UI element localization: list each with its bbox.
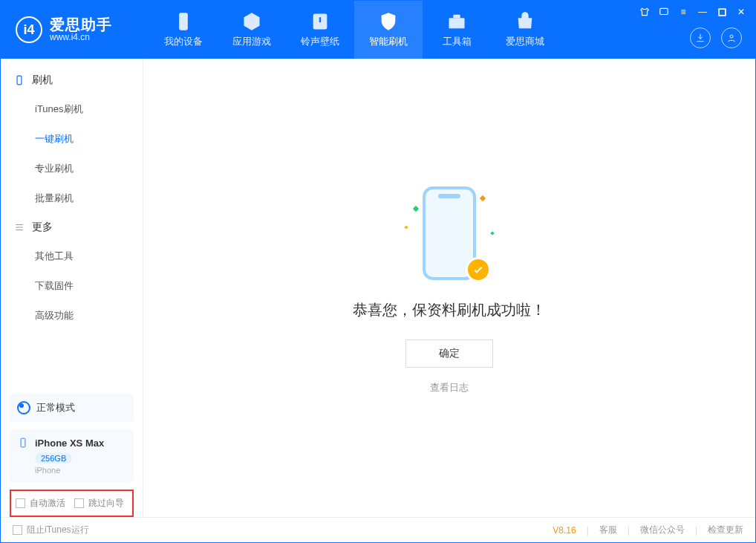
device-type: iPhone: [35, 466, 126, 475]
sidebar: 刷机 iTunes刷机 一键刷机 专业刷机 批量刷机 更多 其他工具 下载固件 …: [1, 59, 143, 517]
checkbox-block-itunes[interactable]: 阻止iTunes运行: [13, 524, 89, 536]
svg-rect-3: [453, 15, 460, 19]
svg-rect-7: [17, 76, 22, 85]
svg-rect-0: [179, 13, 188, 30]
view-log-link[interactable]: 查看日志: [430, 381, 469, 394]
svg-rect-8: [21, 438, 25, 447]
menu-icon[interactable]: ≡: [677, 5, 690, 19]
options-highlight: 自动激活 跳过向导: [10, 490, 134, 517]
device-card[interactable]: iPhone XS Max 256GB iPhone: [10, 429, 134, 482]
sidebar-bottom: 正常模式 iPhone XS Max 256GB iPhone 自动激活: [1, 394, 143, 517]
sidebar-item-other-tools[interactable]: 其他工具: [35, 241, 143, 271]
store-icon: [515, 11, 535, 32]
checkbox-auto-activate[interactable]: 自动激活: [16, 497, 65, 510]
sidebar-item-advanced[interactable]: 高级功能: [35, 301, 143, 331]
top-nav: 我的设备 应用游戏 铃声壁纸 智能刷机 工具箱 爱思商城: [149, 1, 559, 59]
version-label[interactable]: V8.16: [553, 525, 576, 536]
feedback-icon[interactable]: [657, 5, 671, 19]
footer-link-update[interactable]: 检查更新: [708, 524, 743, 536]
download-button[interactable]: [690, 27, 711, 48]
header-account: [690, 27, 742, 48]
success-illustration: [397, 181, 501, 285]
body: 刷机 iTunes刷机 一键刷机 专业刷机 批量刷机 更多 其他工具 下载固件 …: [1, 59, 755, 517]
logo-title: 爱思助手: [50, 16, 112, 33]
nav-my-device[interactable]: 我的设备: [149, 1, 218, 59]
svg-rect-4: [660, 8, 668, 14]
ok-button[interactable]: 确定: [405, 339, 493, 368]
window-controls: ≡ — ✕: [638, 5, 748, 19]
logo-subtitle: www.i4.cn: [50, 33, 112, 42]
footer-link-wechat[interactable]: 微信公众号: [640, 524, 685, 536]
shirt-icon[interactable]: [638, 5, 651, 19]
status-icon: [17, 401, 30, 414]
device-icon: [173, 11, 194, 32]
nav-store[interactable]: 爱思商城: [491, 1, 559, 59]
header: i4 爱思助手 www.i4.cn 我的设备 应用游戏 铃声壁纸 智能刷机: [1, 1, 755, 59]
shield-refresh-icon: [378, 11, 399, 32]
device-name: iPhone XS Max: [35, 438, 104, 449]
success-message: 恭喜您，保资料刷机成功啦！: [353, 300, 546, 320]
sidebar-group-flash[interactable]: 刷机: [1, 66, 143, 94]
device-phone-icon: [17, 437, 29, 449]
footer: 阻止iTunes运行 V8.16 | 客服 | 微信公众号 | 检查更新: [1, 517, 755, 542]
music-icon: [310, 11, 330, 32]
svg-rect-2: [449, 18, 465, 28]
nav-ringtone-wallpaper[interactable]: 铃声壁纸: [286, 1, 354, 59]
checkbox-skip-guide[interactable]: 跳过向导: [74, 497, 124, 510]
svg-rect-5: [719, 9, 726, 16]
cube-icon: [241, 11, 262, 32]
check-badge-icon: [466, 257, 491, 282]
main-content: 恭喜您，保资料刷机成功啦！ 确定 查看日志: [143, 59, 755, 517]
sidebar-item-pro-flash[interactable]: 专业刷机: [35, 154, 143, 183]
logo-icon: i4: [16, 16, 42, 43]
footer-link-service[interactable]: 客服: [599, 524, 617, 536]
app-window: i4 爱思助手 www.i4.cn 我的设备 应用游戏 铃声壁纸 智能刷机: [0, 0, 756, 543]
toolbox-icon: [446, 11, 467, 32]
close-button[interactable]: ✕: [734, 5, 748, 19]
sidebar-item-itunes-flash[interactable]: iTunes刷机: [35, 94, 143, 124]
maximize-button[interactable]: [715, 5, 729, 19]
sidebar-item-download-firmware[interactable]: 下载固件: [35, 271, 143, 301]
list-icon: [14, 222, 25, 233]
status-card[interactable]: 正常模式: [10, 394, 134, 422]
phone-icon: [14, 75, 25, 85]
checkbox-box: [74, 498, 84, 508]
svg-point-6: [730, 35, 733, 38]
device-storage: 256GB: [35, 453, 72, 464]
checkbox-box: [16, 498, 25, 508]
status-text: 正常模式: [36, 401, 75, 414]
nav-smart-flash[interactable]: 智能刷机: [354, 1, 423, 59]
user-button[interactable]: [721, 27, 742, 48]
nav-apps-games[interactable]: 应用游戏: [218, 1, 286, 59]
sidebar-item-one-click-flash[interactable]: 一键刷机: [35, 124, 143, 154]
sidebar-item-batch-flash[interactable]: 批量刷机: [35, 183, 143, 213]
nav-toolbox[interactable]: 工具箱: [423, 1, 491, 59]
sidebar-group-more[interactable]: 更多: [1, 213, 143, 241]
checkbox-box: [13, 525, 22, 535]
logo[interactable]: i4 爱思助手 www.i4.cn: [1, 1, 149, 59]
minimize-button[interactable]: —: [696, 5, 709, 19]
